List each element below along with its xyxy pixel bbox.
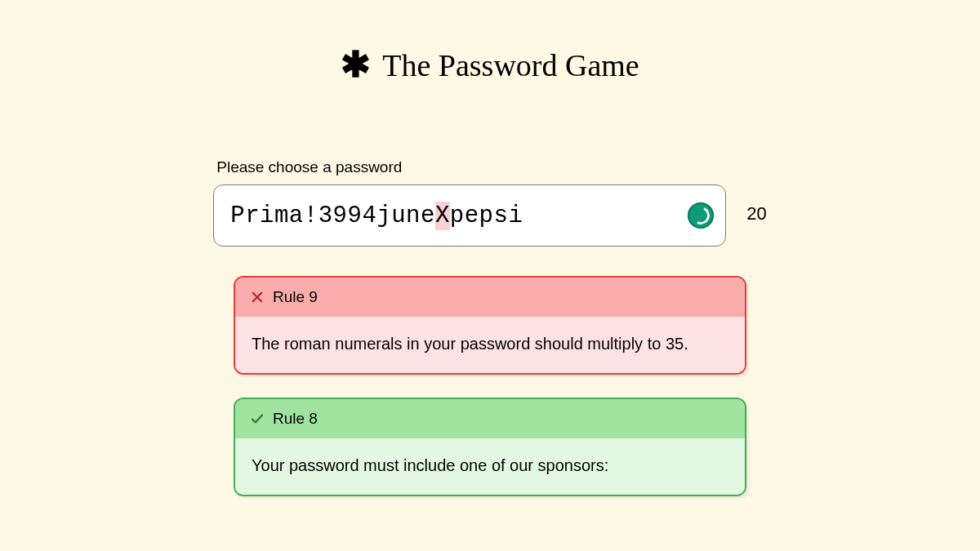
rule-title: Rule 9: [273, 288, 318, 306]
page-title: ✱ The Password Game: [341, 47, 639, 83]
password-section: Please choose a password Prima!3994juneX…: [213, 158, 766, 247]
title-text: The Password Game: [382, 47, 639, 83]
password-input[interactable]: Prima!3994juneXpepsi: [213, 184, 726, 247]
rule-body: The roman numerals in your password shou…: [235, 317, 745, 373]
rule-card: Rule 9 The roman numerals in your passwo…: [234, 276, 746, 375]
password-value: Prima!3994juneXpepsi: [230, 202, 523, 229]
password-label: Please choose a password: [216, 158, 726, 176]
rule-card: Rule 8 Your password must include one of…: [234, 398, 746, 496]
asterisk-icon: ✱: [341, 47, 371, 83]
grammarly-icon[interactable]: [688, 202, 714, 229]
rules-list: Rule 9 The roman numerals in your passwo…: [234, 276, 746, 496]
highlighted-char: X: [435, 202, 450, 230]
rule-body: Your password must include one of our sp…: [235, 438, 745, 495]
x-icon: [250, 290, 265, 304]
rule-title: Rule 8: [273, 410, 318, 428]
check-icon: [250, 411, 265, 426]
rule-header: Rule 9: [235, 278, 745, 317]
char-count: 20: [746, 203, 766, 224]
rule-header: Rule 8: [235, 399, 745, 438]
